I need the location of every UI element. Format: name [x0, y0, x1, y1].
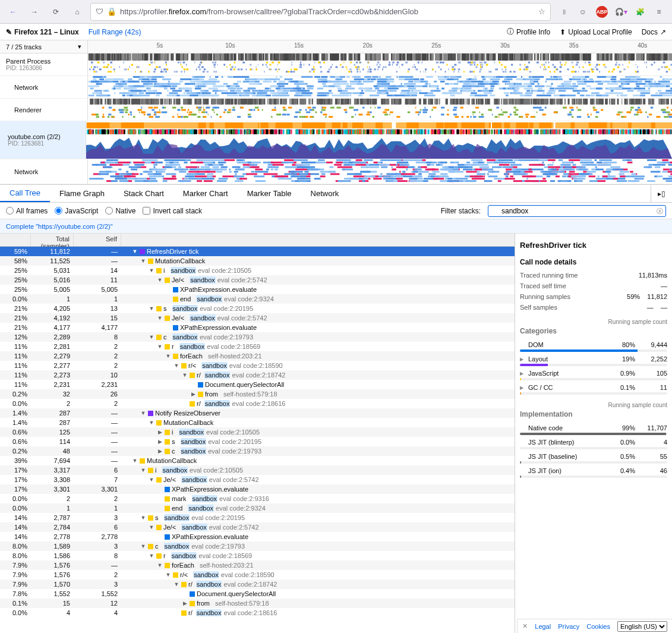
tree-toggle-icon[interactable]: ▼	[165, 572, 171, 578]
tree-toggle-icon[interactable]: ▼	[140, 410, 146, 416]
calltree-row[interactable]: 14% 2,784 6 ▼ Je/< sandbox eval code:2:5…	[0, 522, 515, 532]
calltree-row[interactable]: 12% 2,289 8 ▼ c sandbox eval code:2:1979…	[0, 332, 515, 342]
calltree-row[interactable]: 0.6% 114 — ▶ s sandbox eval code:2:20195	[0, 437, 515, 446]
category-row[interactable]: DOM80%9,444	[520, 339, 667, 353]
account-icon[interactable]: ☺	[575, 4, 591, 20]
tree-toggle-icon[interactable]: ▼	[149, 477, 154, 483]
track-row[interactable]: Parent ProcessPID: 1263086	[0, 53, 672, 76]
calltree-row[interactable]: 1.4% 287 — ▼ Notify ResizeObserver	[0, 408, 515, 418]
pencil-icon[interactable]: ✎	[6, 28, 12, 36]
calltree-row[interactable]: 0.6% 125 — ▶ i sandbox eval code:2:10505	[0, 427, 515, 437]
calltree-row[interactable]: 21% 4,205 13 ▼ s sandbox eval code:2:201…	[0, 304, 515, 313]
tree-toggle-icon[interactable]: ▶	[190, 391, 196, 397]
calltree-row[interactable]: 14% 2,787 3 ▼ s sandbox eval code:2:2019…	[0, 513, 515, 522]
track-viz[interactable]	[88, 99, 672, 121]
calltree-row[interactable]: 58% 11,525 — ▼ MutationCallback	[0, 256, 515, 266]
calltree-row[interactable]: 17% 3,301 3,301 XPathExpression.evaluate	[0, 484, 515, 494]
calltree-row[interactable]: 39% 7,694 — ▼ MutationCallback	[0, 456, 515, 465]
calltree-row[interactable]: 0.0% 1 1 end sandbox eval code:2:9324	[0, 503, 515, 513]
calltree-row[interactable]: 7.9% 1,576 — ▼ forEach self-hosted:203:2…	[0, 560, 515, 570]
calltree-row[interactable]: 21% 4,177 4,177 XPathExpression.evaluate	[0, 323, 515, 332]
calltree-row[interactable]: 11% 2,281 2 ▼ r sandbox eval code:2:1856…	[0, 342, 515, 351]
tree-toggle-icon[interactable]: ▼	[173, 581, 179, 587]
legal-link[interactable]: Legal	[535, 623, 551, 630]
filter-search-input[interactable]	[488, 205, 666, 217]
tree-toggle-icon[interactable]: ▼	[132, 248, 138, 254]
tree-toggle-icon[interactable]: ▼	[140, 467, 146, 473]
privacy-link[interactable]: Privacy	[558, 623, 579, 630]
track-viz[interactable]	[88, 53, 672, 75]
calltree-row[interactable]: 11% 2,231 2,231 Document.querySelectorAl…	[0, 380, 515, 389]
tracks-dropdown[interactable]: 7 / 25 tracks▾	[0, 40, 88, 53]
tree-toggle-icon[interactable]: ▶	[157, 448, 163, 454]
tree-toggle-icon[interactable]: ▼	[149, 420, 154, 426]
language-select[interactable]: English (US)	[617, 621, 667, 632]
calltree-row[interactable]: 0.0% 2 2 mark sandbox eval code:2:9316	[0, 494, 515, 503]
calltree-row[interactable]: 21% 4,192 15 ▼ Je/< sandbox eval code:2:…	[0, 313, 515, 323]
cookies-link[interactable]: Cookies	[586, 623, 610, 630]
calltree-row[interactable]: 17% 3,317 6 ▼ i sandbox eval code:2:1050…	[0, 465, 515, 475]
track-viz[interactable]	[86, 121, 672, 159]
library-icon[interactable]: ⫴	[556, 4, 572, 20]
back-button[interactable]: ←	[5, 4, 21, 20]
category-row[interactable]: ▶JavaScript0.9%105	[520, 367, 667, 382]
tab-marker-table[interactable]: Marker Table	[238, 185, 301, 202]
sidebar-toggle-button[interactable]: ▸▯	[651, 185, 672, 202]
menu-icon[interactable]: ≡	[651, 4, 667, 20]
forward-button[interactable]: →	[26, 4, 43, 20]
tab-network[interactable]: Network	[301, 185, 349, 202]
calltree-row[interactable]: 7.8% 1,552 1,552 Document.querySelectorA…	[0, 589, 515, 599]
tree-toggle-icon[interactable]: ▼	[149, 334, 154, 340]
category-row[interactable]: ▶GC / CC0.1%11	[520, 382, 667, 396]
calltree-row[interactable]: 11% 2,273 10 ▼ r/ sandbox eval code:2:18…	[0, 370, 515, 380]
calltree-row[interactable]: 7.9% 1,570 3 ▼ r/ sandbox eval code:2:18…	[0, 580, 515, 589]
track-row[interactable]: Network	[0, 159, 672, 184]
range-link[interactable]: Full Range (42s)	[89, 28, 141, 36]
breadcrumb[interactable]: Complete "https://youtube.com (2/2)"	[0, 219, 672, 234]
calltree-row[interactable]: 11% 2,279 2 ▼ forEach self-hosted:203:21	[0, 351, 515, 361]
headphones-icon[interactable]: 🎧▾	[613, 4, 629, 20]
calltree-row[interactable]: 25% 5,016 11 ▼ Je/< sandbox eval code:2:…	[0, 275, 515, 285]
abp-icon[interactable]: ABP	[594, 4, 610, 20]
track-label[interactable]: youtube.com (2/2)PID: 1263681	[0, 121, 86, 159]
timeline-ruler[interactable]: 5s10s15s20s25s30s35s40s	[88, 40, 672, 53]
track-viz[interactable]	[88, 159, 672, 184]
radio-native[interactable]: Native	[105, 207, 135, 215]
calltree-row[interactable]: 8.0% 1,589 3 ▼ c sandbox eval code:2:197…	[0, 541, 515, 551]
track-viz[interactable]	[88, 76, 672, 98]
tree-toggle-icon[interactable]: ▼	[140, 258, 146, 264]
calltree-row[interactable]: 59% 11,812 — ▼ RefreshDriver tick	[0, 247, 515, 256]
tree-toggle-icon[interactable]: ▼	[182, 372, 188, 378]
calltree-row[interactable]: 14% 2,778 2,778 XPathExpression.evaluate	[0, 532, 515, 541]
tree-toggle-icon[interactable]: ▼	[149, 267, 154, 273]
profile-info-link[interactable]: ⓘProfile Info	[507, 27, 550, 37]
category-row[interactable]: ▶Layout19%2,252	[520, 353, 667, 367]
track-row[interactable]: Renderer	[0, 99, 672, 121]
tree-toggle-icon[interactable]: ▼	[165, 353, 171, 359]
docs-link[interactable]: Docs ↗	[642, 28, 666, 36]
tree-toggle-icon[interactable]: ▶	[157, 439, 163, 445]
tree-toggle-icon[interactable]: ▼	[157, 344, 163, 349]
calltree-body[interactable]: 59% 11,812 — ▼ RefreshDriver tick 58% 11…	[0, 247, 515, 633]
calltree-row[interactable]: 0.0% 2 2 r/ sandbox eval code:2:18616	[0, 399, 515, 408]
calltree-row[interactable]: 1.4% 287 — ▼ MutationCallback	[0, 418, 515, 427]
calltree-row[interactable]: 0.2% 32 26 ▶ from self-hosted:579:18	[0, 389, 515, 399]
tree-toggle-icon[interactable]: ▼	[140, 515, 146, 521]
track-label[interactable]: Parent ProcessPID: 1263086	[0, 53, 88, 75]
radio-javascript[interactable]: JavaScript	[55, 207, 98, 215]
tree-toggle-icon[interactable]: ▼	[173, 363, 179, 369]
tab-call-tree[interactable]: Call Tree	[0, 185, 50, 202]
checkbox-invert[interactable]: Invert call stack	[143, 207, 202, 215]
calltree-row[interactable]: 25% 5,031 14 ▼ i sandbox eval code:2:105…	[0, 266, 515, 275]
reload-button[interactable]: ⟳	[48, 4, 64, 20]
calltree-row[interactable]: 17% 3,308 7 ▼ Je/< sandbox eval code:2:5…	[0, 475, 515, 484]
col-total[interactable]: Total (samples)	[31, 234, 74, 246]
tree-toggle-icon[interactable]: ▼	[149, 553, 154, 559]
track-label[interactable]: Renderer	[0, 99, 88, 121]
col-self[interactable]: Self	[74, 234, 121, 246]
tree-toggle-icon[interactable]: ▼	[140, 543, 146, 549]
calltree-row[interactable]: 11% 2,277 2 ▼ r/< sandbox eval code:2:18…	[0, 361, 515, 370]
bookmark-star-icon[interactable]: ☆	[538, 7, 545, 16]
tree-toggle-icon[interactable]: ▼	[149, 306, 154, 311]
calltree-row[interactable]: 0.0% 4 4 r/ sandbox eval code:2:18616	[0, 608, 515, 618]
